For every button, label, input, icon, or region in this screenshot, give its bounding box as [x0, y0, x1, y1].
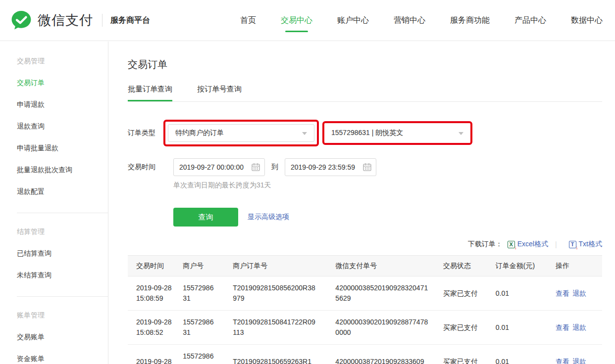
orders-table: 交易时间商户号商户订单号微信支付单号交易状态订单金额(元)操作 2019-09-… — [128, 255, 602, 364]
cell-status: 买家已支付 — [443, 345, 496, 364]
cell-wechat_pay_no: 4200000385201909283204715629 — [335, 276, 443, 311]
logo-wordmark: 微信支付 — [38, 11, 93, 29]
table-header: 交易时间商户号商户订单号微信支付单号交易状态订单金额(元)操作 — [128, 256, 602, 276]
chevron-down-icon — [459, 132, 463, 135]
order-type-row: 订单类型 特约商户的订单 1557298631 | 朗悦英文 — [128, 120, 602, 146]
main-content: 交易订单 批量订单查询按订单号查询 订单类型 特约商户的订单 155729863… — [108, 42, 615, 364]
cell-merchant_id: 1557298631 — [183, 345, 233, 364]
nav-item-首页[interactable]: 首页 — [240, 0, 256, 41]
sidebar-item[interactable]: 退款查询 — [0, 116, 108, 137]
merchant-select[interactable]: 1557298631 | 朗悦英文 — [324, 123, 470, 143]
nav-item-交易中心[interactable]: 交易中心 — [281, 0, 312, 41]
table-header-row: 交易时间商户号商户订单号微信支付单号交易状态订单金额(元)操作 — [128, 256, 602, 276]
cell-actions: 查看退款 — [556, 345, 602, 364]
cell-wechat_pay_no: 42000003872019092833609 — [335, 345, 443, 364]
merchant-value: 1557298631 | 朗悦英文 — [331, 129, 403, 137]
column-header: 微信支付单号 — [335, 256, 443, 276]
download-arrow-icon: ↓ — [514, 245, 517, 250]
query-button[interactable]: 查询 — [173, 208, 238, 227]
cell-wechat_pay_no: 4200000390201909288774780000 — [335, 311, 443, 345]
sidebar-item[interactable]: 已结算查询 — [0, 243, 108, 265]
txt-file-icon: T ↓ — [569, 241, 576, 248]
to-word: 到 — [271, 163, 278, 172]
top-bar: 微信支付 服务商平台 首页交易中心账户中心营销中心服务商功能产品中心数据中心 — [0, 0, 615, 41]
nav-item-营销中心[interactable]: 营销中心 — [394, 0, 425, 41]
row-action-退款[interactable]: 退款 — [572, 358, 586, 364]
platform-name: 服务商平台 — [110, 15, 150, 26]
column-header: 商户订单号 — [233, 256, 335, 276]
download-excel-link[interactable]: Excel格式 — [517, 240, 548, 249]
download-arrow-icon: ↓ — [576, 245, 578, 250]
column-header: 商户号 — [183, 256, 233, 276]
table-row: 2019-09-28 15:08:591557298631T2019092815… — [128, 276, 602, 311]
sidebar-divider — [17, 213, 108, 213]
action-row: 查询 显示高级选项 — [128, 208, 602, 227]
row-action-查看[interactable]: 查看 — [556, 289, 569, 297]
nav-item-数据中心[interactable]: 数据中心 — [571, 0, 603, 41]
column-header: 交易时间 — [128, 256, 183, 276]
sidebar-divider — [17, 296, 108, 297]
cell-merchant_order_no: T20190928150659263R1 — [233, 345, 335, 364]
cell-amount: 0.01 — [496, 311, 556, 345]
cell-amount: 0.01 — [496, 276, 556, 311]
sidebar-item[interactable]: 申请批量退款 — [0, 137, 108, 159]
page-title: 交易订单 — [128, 58, 602, 71]
table-body: 2019-09-28 15:08:591557298631T2019092815… — [128, 276, 602, 364]
sidebar-item[interactable]: 交易订单 — [0, 72, 108, 94]
table-row: 2019-09-281557298631T20190928150659263R1… — [128, 345, 602, 364]
cell-status: 买家已支付 — [443, 276, 496, 311]
cell-time: 2019-09-28 — [128, 345, 183, 364]
sidebar-item[interactable]: 申请退款 — [0, 94, 108, 116]
cell-amount: 0.01 — [496, 345, 556, 364]
cell-merchant_order_no: T20190928150841722R09113 — [233, 311, 335, 345]
query-form: 订单类型 特约商户的订单 1557298631 | 朗悦英文 交易时间 2019… — [128, 120, 602, 227]
header-divider — [102, 14, 102, 27]
excel-file-icon: X ↓ — [508, 241, 515, 248]
order-type-select[interactable]: 特约商户的订单 — [168, 124, 314, 142]
nav-item-账户中心[interactable]: 账户中心 — [337, 0, 369, 41]
chevron-down-icon — [302, 132, 307, 135]
tab-按订单号查询[interactable]: 按订单号查询 — [197, 85, 242, 101]
date-range-hint: 单次查询日期的最长跨度为31天 — [173, 181, 602, 190]
annotation-box-merchant: 1557298631 | 朗悦英文 — [322, 121, 472, 145]
cell-time: 2019-09-28 15:08:52 — [128, 311, 183, 345]
advanced-options-link[interactable]: 显示高级选项 — [248, 213, 289, 222]
table-row: 2019-09-28 15:08:521557298631T2019092815… — [128, 311, 602, 345]
cell-actions: 查看退款 — [556, 276, 602, 311]
sidebar-item[interactable]: 未结算查询 — [0, 265, 108, 286]
cell-merchant_id: 1557298631 — [183, 311, 233, 345]
nav-item-服务商功能[interactable]: 服务商功能 — [450, 0, 490, 41]
tabs: 批量订单查询按订单号查询 — [128, 85, 602, 102]
download-txt-link[interactable]: Txt格式 — [579, 240, 602, 249]
time-row: 交易时间 2019-09-27 00:00:00 到 2019-09-29 23… — [128, 158, 602, 176]
row-action-退款[interactable]: 退款 — [572, 289, 586, 297]
sidebar-item[interactable]: 资金账单 — [0, 348, 108, 364]
cell-merchant_id: 1557298631 — [183, 276, 233, 311]
row-action-查看[interactable]: 查看 — [556, 323, 569, 331]
cell-time: 2019-09-28 15:08:59 — [128, 276, 183, 311]
sidebar-item[interactable]: 批量退款批次查询 — [0, 159, 108, 181]
row-action-查看[interactable]: 查看 — [556, 358, 569, 364]
sidebar-item[interactable]: 交易账单 — [0, 326, 108, 348]
nav-item-产品中心[interactable]: 产品中心 — [514, 0, 546, 41]
sidebar-section-title: 交易管理 — [0, 50, 108, 72]
calendar-icon[interactable] — [252, 163, 260, 171]
sidebar: 交易管理交易订单申请退款退款查询申请批量退款批量退款批次查询退款配置结算管理已结… — [0, 42, 108, 364]
download-row: 下载订单： X ↓ Excel格式 | T ↓ Txt格式 — [128, 240, 602, 249]
annotation-box-order-type: 特约商户的订单 — [163, 120, 319, 146]
time-label: 交易时间 — [128, 163, 173, 172]
date-to-input[interactable]: 2019-09-29 23:59:59 — [285, 158, 376, 176]
cell-merchant_order_no: T20190928150856200R38979 — [233, 276, 335, 311]
sidebar-item[interactable]: 退款配置 — [0, 181, 108, 203]
cell-actions: 查看退款 — [556, 311, 602, 345]
row-action-退款[interactable]: 退款 — [572, 323, 586, 331]
tab-批量订单查询[interactable]: 批量订单查询 — [128, 85, 172, 101]
cell-status: 买家已支付 — [443, 311, 496, 345]
wechat-bubble-icon — [10, 10, 33, 31]
wechat-pay-logo[interactable]: 微信支付 — [10, 10, 93, 31]
sidebar-section-title: 结算管理 — [0, 221, 108, 243]
date-from-input[interactable]: 2019-09-27 00:00:00 — [173, 158, 265, 176]
column-header: 订单金额(元) — [496, 256, 556, 276]
top-nav: 首页交易中心账户中心营销中心服务商功能产品中心数据中心 — [240, 0, 603, 41]
calendar-icon[interactable] — [363, 163, 371, 171]
